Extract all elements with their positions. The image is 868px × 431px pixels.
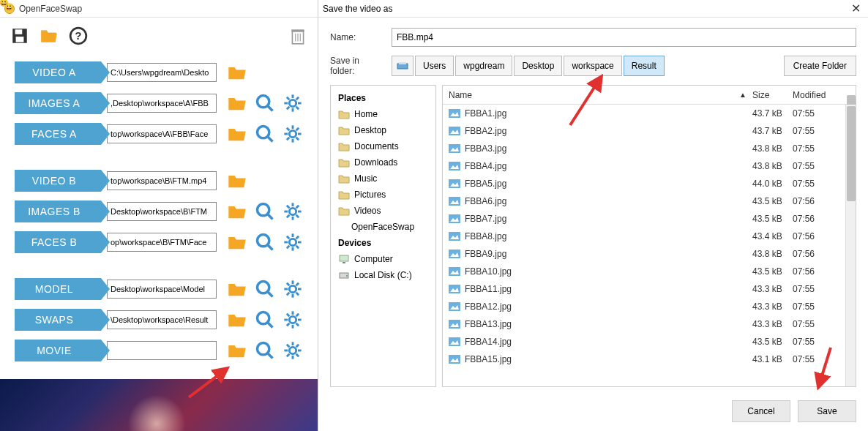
path-input[interactable]: [107, 171, 217, 190]
svg-point-92: [346, 275, 348, 277]
folder-icon[interactable]: [227, 201, 247, 222]
svg-line-19: [287, 107, 290, 110]
search-icon[interactable]: [255, 340, 275, 361]
svg-line-55: [268, 292, 273, 297]
path-input[interactable]: [107, 233, 217, 252]
folder-icon[interactable]: [227, 232, 247, 252]
folder-icon[interactable]: [227, 93, 247, 113]
svg-rect-117: [449, 320, 460, 329]
scrollbar-body[interactable]: [845, 105, 856, 386]
file-row[interactable]: FBBA4.jpg43.8 kB07:55: [443, 157, 845, 175]
search-icon[interactable]: [255, 232, 275, 252]
gear-icon[interactable]: [283, 93, 303, 113]
file-row[interactable]: FBBA3.jpg43.8 kB07:55: [443, 140, 845, 157]
breadcrumb-item[interactable]: Desktop: [514, 56, 562, 76]
cancel-button[interactable]: Cancel: [732, 400, 790, 422]
file-row[interactable]: FBBA14.jpg43.5 kB07:55: [443, 333, 845, 351]
svg-point-56: [289, 285, 296, 292]
folder-icon[interactable]: [227, 62, 247, 83]
folder-label: Save in folder:: [330, 56, 383, 76]
sidebar-item[interactable]: Desktop: [331, 122, 435, 138]
folder-icon[interactable]: [227, 170, 247, 191]
svg-rect-87: [397, 64, 408, 69]
svg-line-40: [296, 215, 299, 218]
file-row[interactable]: FBBA10.jpg43.5 kB07:56: [443, 263, 845, 280]
path-input[interactable]: [107, 280, 217, 299]
file-row[interactable]: FBBA8.jpg43.4 kB07:56: [443, 228, 845, 245]
search-icon[interactable]: [255, 93, 275, 113]
sidebar-openfaceswap[interactable]: OpenFaceSwap: [331, 219, 435, 235]
svg-rect-111: [449, 267, 460, 276]
sidebar-item[interactable]: Pictures: [331, 187, 435, 203]
path-input[interactable]: [107, 341, 217, 360]
search-icon[interactable]: [255, 124, 275, 144]
gear-icon[interactable]: [283, 124, 303, 144]
path-input[interactable]: [107, 94, 217, 113]
sidebar-item[interactable]: Documents: [331, 138, 435, 154]
file-row[interactable]: FBBA11.jpg43.3 kB07:55: [443, 280, 845, 298]
app-title: OpenFaceSwap: [19, 4, 82, 14]
gear-icon[interactable]: [283, 310, 303, 330]
save-icon[interactable]: [10, 26, 29, 45]
file-row[interactable]: FBBA15.jpg43.1 kB07:55: [443, 351, 845, 368]
trash-icon[interactable]: [288, 26, 307, 45]
gear-icon[interactable]: [283, 340, 303, 361]
file-row[interactable]: FBBA1.jpg43.7 kB07:55: [443, 105, 845, 122]
folder-icon[interactable]: [227, 124, 247, 144]
folder-icon[interactable]: [227, 310, 247, 330]
config-row: FACES A: [15, 120, 310, 148]
svg-point-10: [258, 96, 269, 108]
svg-point-76: [258, 343, 269, 355]
breadcrumb-item[interactable]: Users: [415, 56, 454, 76]
gear-icon[interactable]: [283, 201, 303, 222]
column-modified[interactable]: Modified: [793, 90, 845, 100]
close-icon[interactable]: ✕: [848, 1, 864, 15]
column-size[interactable]: Size: [752, 90, 793, 100]
file-row[interactable]: FBBA5.jpg44.0 kB07:55: [443, 175, 845, 192]
path-input[interactable]: [107, 63, 217, 82]
search-icon[interactable]: [255, 310, 275, 330]
filename-input[interactable]: [392, 28, 856, 47]
sidebar-item[interactable]: Videos: [331, 203, 435, 219]
breadcrumb-drive[interactable]: [392, 56, 414, 76]
breadcrumb-item[interactable]: wpgdream: [455, 56, 512, 76]
column-name[interactable]: Name▲: [443, 90, 752, 100]
gear-icon[interactable]: [283, 279, 303, 299]
open-folder-icon[interactable]: [40, 26, 59, 45]
svg-line-39: [287, 206, 290, 209]
folder-icon[interactable]: [227, 340, 247, 361]
file-row[interactable]: FBBA7.jpg43.5 kB07:56: [443, 210, 845, 228]
svg-rect-97: [449, 144, 460, 153]
svg-line-63: [287, 293, 290, 296]
file-row[interactable]: FBBA2.jpg43.7 kB07:55: [443, 122, 845, 140]
breadcrumb-item[interactable]: workspace: [564, 56, 621, 76]
save-button[interactable]: Save: [798, 400, 856, 422]
file-row[interactable]: FBBA13.jpg43.3 kB07:55: [443, 315, 845, 333]
file-row[interactable]: FBBA12.jpg43.3 kB07:55: [443, 298, 845, 315]
create-folder-button[interactable]: Create Folder: [784, 56, 856, 76]
sidebar-item[interactable]: Home: [331, 106, 435, 122]
folder-icon[interactable]: [227, 279, 247, 299]
sidebar-device[interactable]: Computer: [331, 251, 435, 267]
sidebar-device[interactable]: Local Disk (C:): [331, 267, 435, 283]
svg-rect-89: [340, 255, 348, 261]
svg-line-72: [287, 314, 290, 317]
path-input[interactable]: [107, 124, 217, 143]
places-header: Places: [331, 90, 435, 106]
svg-line-61: [287, 283, 290, 286]
svg-line-20: [296, 97, 299, 100]
sidebar-item[interactable]: Downloads: [331, 154, 435, 170]
help-icon[interactable]: ?: [69, 26, 88, 45]
file-row[interactable]: FBBA9.jpg43.8 kB07:56: [443, 245, 845, 263]
file-row[interactable]: FBBA6.jpg43.5 kB07:56: [443, 192, 845, 210]
row-label: IMAGES A: [15, 92, 101, 114]
search-icon[interactable]: [255, 279, 275, 299]
gear-icon[interactable]: [283, 232, 303, 252]
svg-line-52: [287, 246, 290, 249]
breadcrumb-item[interactable]: Result: [624, 56, 665, 76]
path-input[interactable]: [107, 202, 217, 221]
path-input[interactable]: [107, 310, 217, 329]
search-icon[interactable]: [255, 201, 275, 222]
sidebar-item[interactable]: Music: [331, 170, 435, 187]
svg-rect-88: [399, 62, 406, 64]
